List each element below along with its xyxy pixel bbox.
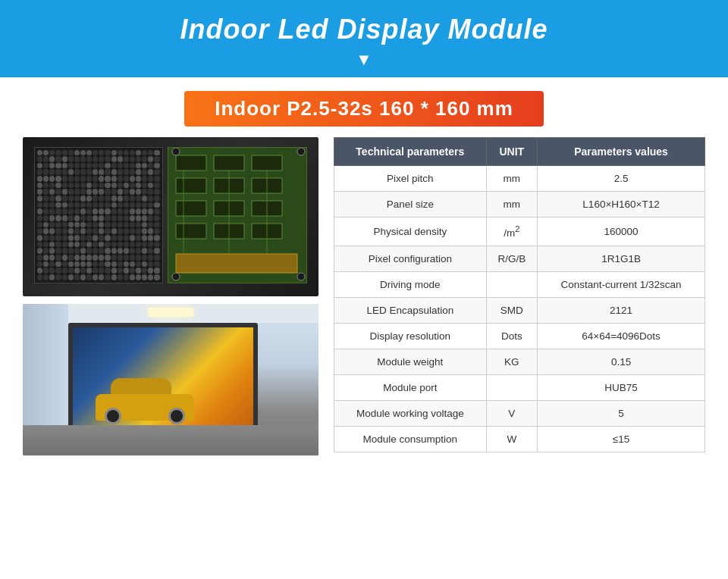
led-dot [148, 261, 153, 268]
svg-point-18 [297, 273, 305, 280]
led-dot [93, 208, 98, 214]
tv-frame [68, 323, 258, 433]
led-dot [68, 274, 74, 280]
led-dot [130, 248, 135, 254]
led-dot [124, 150, 129, 156]
arrow-icon: ▼ [0, 50, 728, 70]
led-dot [111, 202, 117, 208]
led-dot [55, 235, 61, 241]
led-dot [111, 255, 117, 261]
led-dot [74, 235, 80, 241]
led-dot [68, 150, 74, 156]
led-dot [130, 228, 135, 234]
led-dot [80, 150, 86, 156]
led-dot [80, 176, 86, 182]
led-dot [55, 183, 61, 189]
led-dot [37, 169, 42, 175]
led-dot [62, 268, 67, 274]
led-dot [68, 189, 74, 195]
led-dot [136, 255, 141, 261]
param-name: LED Encapsulation [334, 297, 487, 323]
led-dot [99, 183, 104, 189]
table-row: Display resolutionDots64×64=4096Dots [334, 323, 705, 349]
led-dot [148, 176, 153, 182]
svg-rect-1 [176, 155, 206, 171]
led-dot [124, 248, 129, 254]
table-row: LED EncapsulationSMD2121 [334, 297, 705, 323]
led-dot [68, 242, 74, 248]
led-dot [43, 242, 49, 248]
led-dot [49, 196, 55, 202]
led-dot [37, 150, 42, 156]
led-dot [142, 196, 147, 202]
led-dot [49, 268, 55, 274]
led-dot [43, 176, 49, 182]
led-dot [111, 150, 117, 156]
led-dot [111, 261, 117, 268]
led-dot [130, 261, 135, 268]
led-dot [49, 222, 55, 228]
led-dot [93, 176, 98, 182]
led-dot [148, 189, 153, 195]
led-dot [37, 235, 42, 241]
led-dot [86, 261, 92, 268]
led-dot [62, 176, 67, 182]
led-dot [49, 169, 55, 175]
table-row: Module working voltageV5 [334, 400, 705, 426]
led-dot [80, 248, 86, 254]
led-dot [93, 222, 98, 228]
specs-table: Technical parameters UNIT Parameters val… [334, 137, 705, 452]
table-row: Panel sizemmL160×H160×T12 [334, 192, 705, 218]
led-dot [124, 176, 129, 182]
led-dot [49, 235, 55, 241]
svg-rect-13 [176, 254, 297, 273]
led-dot [43, 261, 49, 268]
led-dot [105, 169, 110, 175]
param-unit: R/G/B [486, 246, 537, 271]
led-dot [74, 183, 80, 189]
led-dot [68, 176, 74, 182]
led-dot [49, 261, 55, 268]
led-dot [55, 242, 61, 248]
led-dot [49, 176, 55, 182]
led-dot [93, 156, 98, 162]
led-dot [148, 156, 153, 162]
led-dot [68, 163, 74, 169]
led-dot [136, 183, 141, 189]
led-dot [130, 150, 135, 156]
led-dot [99, 215, 104, 221]
led-dot [74, 163, 80, 169]
led-dot [154, 196, 159, 202]
led-dot [148, 196, 153, 202]
led-dot [124, 156, 129, 162]
param-unit: mm [486, 192, 537, 218]
led-dot [99, 248, 104, 254]
led-dot [136, 261, 141, 268]
led-dot [154, 202, 159, 208]
led-dot [80, 242, 86, 248]
led-dot [124, 169, 129, 175]
led-dot [142, 268, 147, 274]
led-dot [111, 208, 117, 214]
svg-rect-10 [176, 224, 206, 239]
led-dot [68, 169, 74, 175]
led-dot [68, 261, 74, 268]
led-dot [80, 222, 86, 228]
led-dot [68, 196, 74, 202]
led-dot [154, 208, 159, 214]
led-dot [62, 255, 67, 261]
param-value: L160×H160×T12 [538, 192, 705, 218]
table-body: Pixel pitchmm2.5Panel sizemmL160×H160×T1… [334, 166, 705, 452]
led-dot [142, 248, 147, 254]
led-dot [118, 189, 123, 195]
led-dot [105, 156, 110, 162]
led-dot [136, 169, 141, 175]
led-dot [86, 248, 92, 254]
led-dot [68, 215, 74, 221]
led-dot [43, 274, 49, 280]
led-dot [93, 202, 98, 208]
led-dot [111, 169, 117, 175]
led-dot [86, 222, 92, 228]
table-row: Driving modeConstant-current 1/32scan [334, 271, 705, 297]
led-dot [74, 268, 80, 274]
